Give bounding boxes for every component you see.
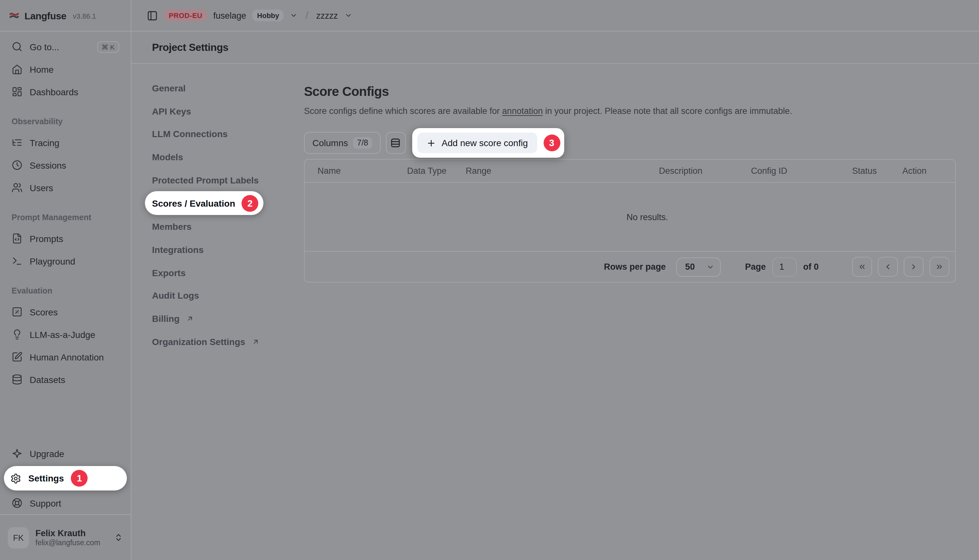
org-switcher[interactable]: [290, 12, 298, 19]
goto-shortcut: ⌘ K: [97, 41, 119, 52]
user-menu[interactable]: FK Felix Krauth felix@langfuse.com: [0, 514, 131, 560]
sidebar-item-label: Dashboards: [30, 87, 78, 97]
project-switcher[interactable]: [344, 12, 352, 19]
sidebar-item-support[interactable]: Support: [7, 492, 124, 514]
sidebar-item-upgrade[interactable]: Upgrade: [7, 442, 124, 465]
goto-search-button[interactable]: Go to... ⌘ K: [7, 35, 124, 58]
section-heading: Score Configs: [304, 85, 979, 98]
table-pagination: Rows per page 50 Page of 0: [305, 252, 955, 282]
add-button-label: Add new score config: [441, 138, 528, 148]
column-header-range: Range: [466, 166, 659, 176]
settings-nav-label: Scores / Evaluation: [152, 198, 235, 208]
app-name: Langfuse: [25, 10, 66, 21]
last-page-button[interactable]: [929, 257, 949, 277]
home-icon: [12, 64, 23, 75]
sidebar-header: Langfuse v3.86.1: [0, 0, 131, 32]
sidebar-item-label: Home: [30, 64, 54, 74]
page-label: Page: [745, 262, 766, 272]
row-height-button[interactable]: [386, 132, 406, 154]
settings-nav-protected-prompt-labels[interactable]: Protected Prompt Labels: [152, 170, 304, 190]
columns-count-badge: 7/8: [353, 137, 372, 149]
project-name[interactable]: zzzzz: [316, 11, 338, 20]
sidebar-item-sessions[interactable]: Sessions: [7, 154, 124, 177]
settings-nav-models[interactable]: Models: [152, 147, 304, 167]
previous-page-button[interactable]: [878, 257, 898, 277]
sidebar-item-datasets[interactable]: Datasets: [7, 368, 124, 391]
sidebar-nav: Go to... ⌘ K Home Dashboards Observabili…: [0, 32, 131, 514]
database-icon: [12, 374, 23, 385]
score-configs-table: Name Data Type Range Description Config …: [304, 159, 956, 283]
sidebar-item-label: Human Annotation: [30, 352, 104, 362]
next-page-button[interactable]: [904, 257, 924, 277]
sidebar-spacer: [7, 391, 124, 442]
score-configs-section: Score Configs Score configs define which…: [304, 64, 979, 560]
sidebar-item-prompts[interactable]: Prompts: [7, 227, 124, 250]
rows-per-page-select[interactable]: 50: [676, 257, 720, 277]
langfuse-logo-icon: [8, 10, 20, 21]
terminal-icon: [12, 255, 23, 267]
clock-icon: [12, 160, 23, 170]
page-number-input[interactable]: [772, 257, 797, 277]
settings-nav-scores-evaluation[interactable]: Scores / Evaluation 2: [145, 192, 264, 215]
settings-nav-integrations[interactable]: Integrations: [152, 240, 304, 259]
sidebar-item-label: Datasets: [30, 374, 65, 385]
chevrons-up-down-icon: [114, 533, 123, 542]
section-description: Score configs define which scores are av…: [304, 105, 979, 117]
plus-icon: [426, 138, 436, 148]
step-badge-1: 1: [71, 470, 88, 487]
user-name: Felix Krauth: [35, 528, 100, 538]
file-code-icon: [12, 233, 23, 244]
settings-nav: General API Keys LLM Connections Models …: [152, 64, 304, 560]
sidebar-item-scores[interactable]: Scores: [7, 301, 124, 323]
sidebar-item-label: Upgrade: [30, 448, 64, 458]
sidebar-item-settings[interactable]: Settings 1: [4, 466, 127, 490]
step-badge-2: 2: [242, 195, 258, 212]
panel-left-toggle[interactable]: [147, 10, 158, 21]
pagination-buttons: [852, 257, 949, 277]
sidebar-section-observability: Observability: [7, 112, 124, 131]
settings-nav-api-keys[interactable]: API Keys: [152, 102, 304, 121]
sidebar-section-evaluation: Evaluation: [7, 281, 124, 301]
settings-nav-audit-logs[interactable]: Audit Logs: [152, 286, 304, 305]
users-icon: [12, 182, 23, 193]
sidebar-item-human-annotation[interactable]: Human Annotation: [7, 346, 124, 368]
user-email: felix@langfuse.com: [35, 539, 100, 547]
first-page-button[interactable]: [852, 257, 872, 277]
sidebar-item-tracing[interactable]: Tracing: [7, 131, 124, 154]
add-score-config-button[interactable]: Add new score config: [417, 133, 537, 153]
column-header-config-id: Config ID: [751, 166, 852, 176]
avatar: FK: [8, 527, 29, 548]
settings-nav-exports[interactable]: Exports: [152, 263, 304, 282]
settings-nav-members[interactable]: Members: [152, 217, 304, 236]
description-text: Score configs define which scores are av…: [304, 106, 502, 116]
sidebar-item-label: Sessions: [30, 160, 66, 170]
breadcrumb-divider: /: [306, 10, 309, 21]
settings-nav-label: Billing: [152, 313, 180, 324]
app-version: v3.86.1: [73, 12, 96, 20]
square-pen-icon: [12, 352, 23, 362]
column-header-name: Name: [317, 166, 407, 176]
step-badge-3: 3: [543, 135, 560, 151]
settings-nav-general[interactable]: General: [152, 78, 304, 98]
settings-nav-organization-settings[interactable]: Organization Settings: [152, 332, 304, 351]
settings-nav-label: Organization Settings: [152, 336, 245, 347]
sidebar-item-label: Settings: [28, 473, 64, 483]
sidebar-section-prompt-management: Prompt Management: [7, 208, 124, 227]
page-count-label: of 0: [803, 262, 819, 272]
lifebuoy-icon: [12, 498, 23, 508]
goto-label: Go to...: [30, 42, 59, 52]
sidebar-item-llm-as-a-judge[interactable]: LLM-as-a-Judge: [7, 323, 124, 346]
sidebar-item-users[interactable]: Users: [7, 177, 124, 199]
org-name[interactable]: fuselage: [213, 11, 246, 20]
rows-icon: [390, 138, 401, 148]
sidebar-item-label: Playground: [30, 256, 75, 266]
settings-nav-llm-connections[interactable]: LLM Connections: [152, 125, 304, 144]
columns-button[interactable]: Columns 7/8: [304, 132, 380, 154]
sidebar-item-dashboards[interactable]: Dashboards: [7, 80, 124, 103]
external-link-icon: [186, 315, 194, 322]
settings-nav-billing[interactable]: Billing: [152, 309, 304, 328]
sidebar-item-home[interactable]: Home: [7, 58, 124, 80]
sidebar-item-playground[interactable]: Playground: [7, 250, 124, 272]
page-title: Project Settings: [152, 42, 228, 53]
annotation-link[interactable]: annotation: [502, 106, 543, 116]
